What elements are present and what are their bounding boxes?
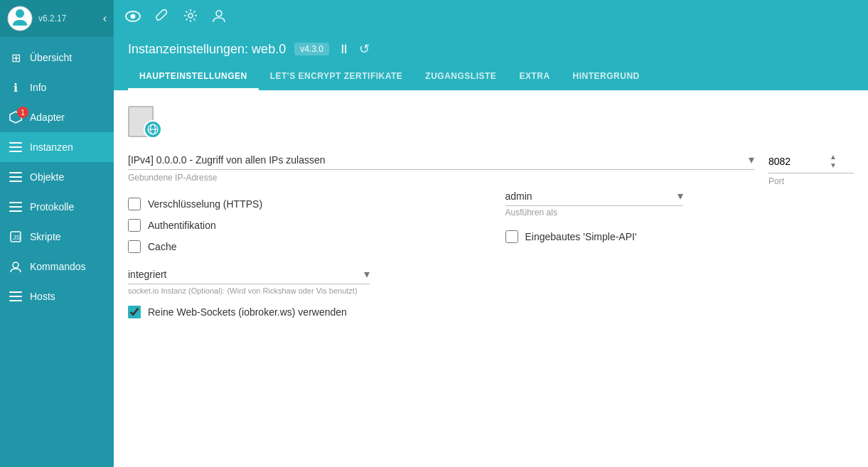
websockets-checkbox[interactable] — [128, 306, 141, 318]
sidebar-item-label: Info — [30, 82, 46, 93]
svg-rect-5 — [9, 151, 22, 152]
sidebar-item-protokolle[interactable]: Protokolle — [0, 192, 114, 222]
hosts-icon — [9, 289, 23, 304]
sidebar: v6.2.17 ‹ ⊞ Übersicht ℹ Info Adapter 1 I… — [0, 0, 114, 467]
sidebar-collapse-button[interactable]: ‹ — [103, 12, 107, 25]
svg-rect-4 — [9, 146, 22, 148]
ip-group: [IPv4] 0.0.0.0 - Zugriff von allen IPs z… — [128, 153, 754, 183]
svg-rect-8 — [9, 181, 22, 182]
sidebar-item-label: Skripte — [30, 231, 61, 242]
sidebar-item-label: Übersicht — [30, 52, 72, 63]
person-icon[interactable] — [212, 9, 226, 26]
verschluesselung-label: Verschlüsselung (HTTPS) — [148, 198, 262, 210]
sidebar-item-skripte[interactable]: JS Skripte — [0, 222, 114, 252]
cache-label: Cache — [148, 241, 176, 252]
ip-select-container: [IPv4] 0.0.0.0 - Zugriff von allen IPs z… — [128, 153, 754, 170]
sidebar-item-objekte[interactable]: Objekte — [0, 162, 114, 192]
authentifikation-checkbox[interactable] — [128, 219, 141, 232]
tabs: HAUPTEINSTELLUNGEN LET'S ENCRYPT ZERTIFI… — [128, 64, 854, 90]
port-group: ▲ ▼ Port — [768, 153, 854, 186]
protokolle-icon — [9, 200, 23, 214]
page-title: Instanzeinstellungen: web.0 — [128, 42, 286, 57]
sidebar-nav: ⊞ Übersicht ℹ Info Adapter 1 Instanzen O… — [0, 37, 114, 467]
svg-point-14 — [13, 262, 18, 268]
port-container: ▲ ▼ — [768, 153, 854, 173]
port-input[interactable] — [768, 156, 825, 167]
svg-rect-16 — [9, 296, 22, 297]
sidebar-item-adapter[interactable]: Adapter 1 — [0, 102, 114, 132]
admin-dropdown-arrow: ▾ — [677, 189, 683, 203]
ip-port-row: [IPv4] 0.0.0.0 - Zugriff von allen IPs z… — [128, 153, 854, 186]
svg-rect-10 — [9, 206, 22, 208]
simple-api-label: Eingebautes 'Simple-API' — [525, 231, 637, 242]
left-col: Verschlüsselung (HTTPS) Authentifikation… — [128, 189, 477, 262]
sidebar-item-label: Hosts — [30, 291, 55, 302]
ip-field-label: Gebundene IP-Adresse — [128, 173, 754, 183]
eye-icon[interactable] — [125, 9, 141, 26]
svg-point-20 — [188, 14, 193, 18]
globe-icon — [144, 120, 162, 139]
two-col-section: Verschlüsselung (HTTPS) Authentifikation… — [128, 189, 854, 262]
port-increment-button[interactable]: ▲ — [828, 153, 838, 161]
socket-select[interactable]: integriert — [128, 269, 364, 280]
admin-select-container: admin ▾ — [505, 189, 683, 206]
tab-hintergrund[interactable]: HINTERGRUND — [562, 64, 651, 90]
svg-point-1 — [16, 9, 24, 18]
verschluesselung-row: Verschlüsselung (HTTPS) — [128, 198, 477, 210]
instance-icon — [128, 104, 162, 139]
socket-dropdown-arrow: ▾ — [364, 267, 370, 281]
svg-point-19 — [131, 14, 136, 18]
sidebar-item-label: Adapter — [30, 112, 65, 123]
info-icon: ℹ — [9, 80, 23, 95]
refresh-button[interactable]: ↺ — [359, 41, 370, 57]
tab-letsencrypt[interactable]: LET'S ENCRYPT ZERTIFIKATE — [259, 64, 414, 90]
tab-zugangsliste[interactable]: ZUGANGSLISTE — [414, 64, 508, 90]
websockets-label: Reine Web-Sockets (iobroker.ws) verwende… — [148, 306, 347, 318]
page-header: Instanzeinstellungen: web.0 v4.3.0 ⏸ ↺ H… — [114, 34, 868, 90]
admin-select[interactable]: admin — [505, 190, 677, 202]
svg-rect-7 — [9, 176, 22, 178]
port-spinner: ▲ ▼ — [828, 153, 838, 170]
socket-select-container: integriert ▾ — [128, 267, 370, 284]
content-area: [IPv4] 0.0.0.0 - Zugriff von allen IPs z… — [114, 90, 868, 467]
svg-rect-3 — [9, 142, 22, 144]
wrench-icon[interactable] — [155, 9, 169, 26]
simple-api-checkbox[interactable] — [505, 230, 518, 243]
tab-extra[interactable]: EXTRA — [508, 64, 561, 90]
websockets-row: Reine Web-Sockets (iobroker.ws) verwende… — [128, 306, 854, 318]
sidebar-item-label: Kommandos — [30, 261, 86, 272]
tab-haupteinstellungen[interactable]: HAUPTEINSTELLUNGEN — [128, 64, 259, 90]
socket-group: integriert ▾ socket.io Instanz (Optional… — [128, 267, 854, 296]
cache-checkbox[interactable] — [128, 240, 141, 253]
sidebar-header: v6.2.17 ‹ — [0, 0, 114, 37]
skripte-icon: JS — [9, 230, 23, 244]
instance-icon-area — [128, 104, 854, 139]
verschluesselung-checkbox[interactable] — [128, 198, 141, 210]
port-decrement-button[interactable]: ▼ — [828, 161, 838, 170]
cache-row: Cache — [128, 240, 477, 253]
sidebar-item-label: Protokolle — [30, 201, 74, 213]
sidebar-item-uebersicht[interactable]: ⊞ Übersicht — [0, 43, 114, 73]
sidebar-item-instanzen[interactable]: Instanzen — [0, 132, 114, 162]
ip-dropdown-arrow: ▾ — [749, 153, 754, 166]
admin-field-label: Ausführen als — [505, 208, 557, 218]
admin-group: admin ▾ Ausführen als — [505, 189, 854, 218]
svg-rect-9 — [9, 202, 22, 203]
ip-select[interactable]: [IPv4] 0.0.0.0 - Zugriff von allen IPs z… — [128, 154, 749, 166]
authentifikation-row: Authentifikation — [128, 219, 477, 232]
sidebar-item-info[interactable]: ℹ Info — [0, 73, 114, 102]
authentifikation-label: Authentifikation — [148, 220, 216, 231]
sidebar-item-hosts[interactable]: Hosts — [0, 281, 114, 311]
svg-rect-17 — [9, 300, 22, 301]
page-title-row: Instanzeinstellungen: web.0 v4.3.0 ⏸ ↺ — [128, 41, 854, 57]
version-badge: v4.3.0 — [294, 43, 329, 55]
sidebar-item-kommandos[interactable]: Kommandos — [0, 252, 114, 281]
svg-rect-11 — [9, 210, 22, 212]
gear-icon[interactable] — [183, 9, 198, 26]
svg-rect-6 — [9, 172, 22, 173]
objekte-icon — [9, 170, 23, 184]
right-col: admin ▾ Ausführen als Eingebautes 'Simpl… — [505, 189, 854, 262]
sidebar-item-label: Objekte — [30, 171, 64, 183]
pause-button[interactable]: ⏸ — [338, 42, 350, 57]
main-area: Instanzeinstellungen: web.0 v4.3.0 ⏸ ↺ H… — [114, 0, 868, 467]
